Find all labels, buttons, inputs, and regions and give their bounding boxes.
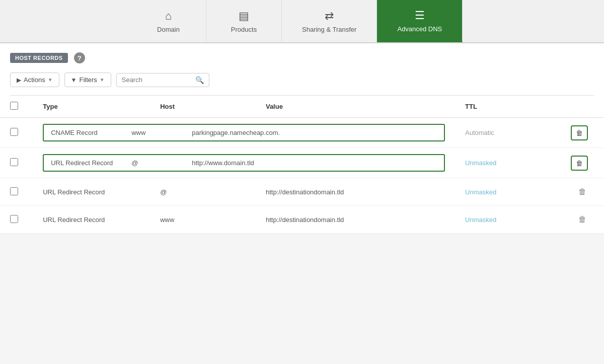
row4-checkbox[interactable]: [10, 215, 18, 223]
products-icon: ▤: [239, 10, 249, 23]
advanced-dns-icon: ☰: [415, 9, 425, 22]
search-input[interactable]: [122, 76, 192, 84]
domain-icon: ⌂: [165, 10, 172, 23]
row1-host: www: [131, 129, 192, 136]
col-header-action: [561, 96, 604, 118]
row4-ttl: Unmasked: [455, 206, 561, 234]
row2-action-cell: 🗑: [561, 148, 604, 178]
row3-delete-button[interactable]: 🗑: [576, 185, 588, 198]
tab-domain[interactable]: ⌂ Domain: [131, 0, 206, 42]
main-content: HOST RECORDS ? ▶ Actions ▼ ▼ Filters ▼ 🔍: [0, 43, 604, 234]
tab-advanced-dns[interactable]: ☰ Advanced DNS ▲: [377, 0, 463, 42]
row2-type: URL Redirect Record: [51, 159, 131, 167]
filters-label: Filters: [79, 76, 97, 84]
records-table-wrapper: Type Host Value TTL CNAME Record: [0, 96, 604, 234]
tab-sharing[interactable]: ⇄ Sharing & Transfer: [282, 0, 377, 42]
toolbar: ▶ Actions ▼ ▼ Filters ▼ 🔍: [0, 68, 604, 95]
row3-value: http://destinationdomain.tld: [256, 178, 455, 206]
actions-dropdown-arrow: ▼: [48, 77, 53, 83]
table-body: CNAME Record www parkingpage.namecheap.c…: [0, 118, 604, 234]
tab-products-label: Products: [231, 26, 257, 33]
filter-icon: ▼: [71, 77, 77, 84]
row2-checkbox[interactable]: [10, 158, 18, 166]
select-all-checkbox[interactable]: [10, 102, 18, 110]
col-header-host: Host: [150, 96, 256, 118]
row2-check-cell: [0, 148, 33, 178]
records-table: Type Host Value TTL CNAME Record: [0, 96, 604, 234]
row4-delete-button[interactable]: 🗑: [576, 213, 588, 226]
row3-check-cell: [0, 178, 33, 206]
row1-delete-button[interactable]: 🗑: [571, 125, 588, 140]
table-header: Type Host Value TTL: [0, 96, 604, 118]
top-navigation: ⌂ Domain ▤ Products ⇄ Sharing & Transfer…: [0, 0, 604, 43]
row3-type: URL Redirect Record: [33, 178, 150, 206]
sharing-icon: ⇄: [325, 10, 334, 23]
tab-domain-label: Domain: [157, 26, 180, 33]
play-icon: ▶: [17, 77, 21, 84]
tab-products[interactable]: ▤ Products: [206, 0, 282, 42]
row1-value: parkingpage.namecheap.com.: [192, 129, 280, 136]
help-icon[interactable]: ?: [74, 52, 85, 63]
row1-checkbox[interactable]: [10, 128, 18, 136]
row4-action-cell: 🗑: [561, 206, 604, 234]
row4-check-cell: [0, 206, 33, 234]
col-header-value: Value: [256, 96, 455, 118]
filters-button[interactable]: ▼ Filters ▼: [64, 72, 111, 87]
row1-action-cell: 🗑: [561, 118, 604, 148]
row1-ttl: Automatic: [455, 118, 561, 148]
row3-ttl: Unmasked: [455, 178, 561, 206]
table-row: URL Redirect Record @ http://destination…: [0, 178, 604, 206]
row3-checkbox[interactable]: [10, 187, 18, 195]
row2-value: http://www.domain.tld: [192, 159, 254, 167]
col-header-check: [0, 96, 33, 118]
host-records-badge: HOST RECORDS: [10, 53, 68, 63]
host-records-header: HOST RECORDS ?: [0, 43, 604, 68]
row2-ttl: Unmasked: [455, 148, 561, 178]
row1-check-cell: [0, 118, 33, 148]
row2-delete-button[interactable]: 🗑: [571, 156, 588, 171]
row2-highlighted-cell: URL Redirect Record @ http://www.domain.…: [33, 148, 455, 178]
actions-button[interactable]: ▶ Actions ▼: [10, 72, 59, 87]
filters-dropdown-arrow: ▼: [100, 77, 105, 83]
row2-host: @: [131, 159, 192, 167]
table-row: URL Redirect Record www http://destinati…: [0, 206, 604, 234]
col-header-type: Type: [33, 96, 150, 118]
row1-highlighted-cell: CNAME Record www parkingpage.namecheap.c…: [33, 118, 455, 148]
row4-value: http://destinationdomain.tld: [256, 206, 455, 234]
row3-action-cell: 🗑: [561, 178, 604, 206]
row4-type: URL Redirect Record: [33, 206, 150, 234]
row3-host: @: [150, 178, 256, 206]
col-header-ttl: TTL: [455, 96, 561, 118]
actions-label: Actions: [24, 76, 45, 84]
search-box: 🔍: [116, 73, 209, 87]
row1-type: CNAME Record: [51, 129, 131, 136]
search-icon: 🔍: [195, 76, 204, 84]
row4-host: www: [150, 206, 256, 234]
tab-sharing-label: Sharing & Transfer: [302, 26, 356, 33]
table-row: URL Redirect Record @ http://www.domain.…: [0, 148, 604, 178]
table-row: CNAME Record www parkingpage.namecheap.c…: [0, 118, 604, 148]
